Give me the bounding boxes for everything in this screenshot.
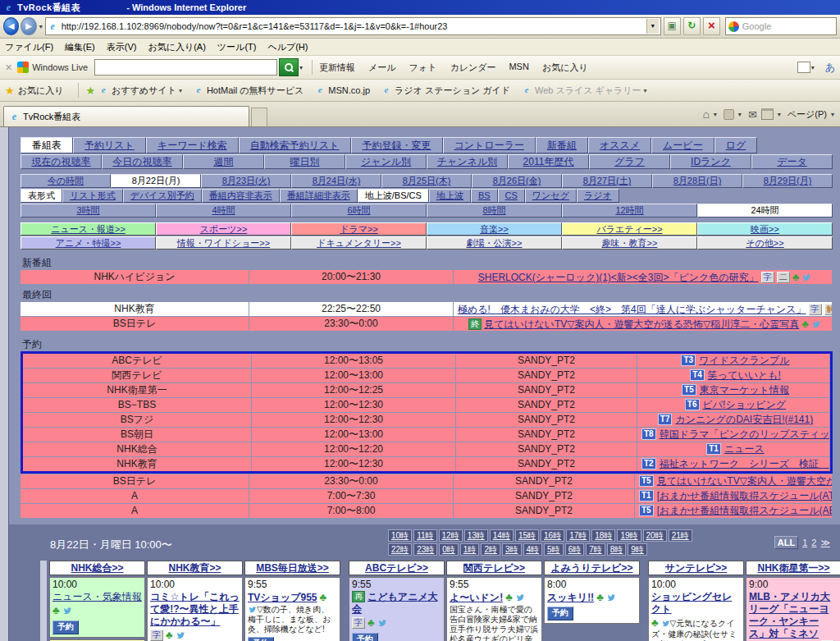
reserve-button[interactable]: 予約: [52, 620, 79, 634]
nav-tab[interactable]: 番組表: [21, 137, 73, 153]
genre-link[interactable]: アニメ・特撮>>: [21, 236, 156, 250]
program-cell[interactable]: 10:00 コミ☆トレ「これって愛!?〜異性と上手にかかわる〜」 字 予約: [147, 577, 243, 641]
view-option[interactable]: リスト形式: [62, 189, 123, 203]
hour-link[interactable]: 6時: [565, 543, 585, 556]
live-search-dropdown-icon[interactable]: [299, 64, 303, 71]
genre-link[interactable]: ドキュメンタリー>>: [291, 236, 427, 250]
reserve-button[interactable]: 予約: [352, 633, 378, 641]
genre-link[interactable]: ドラマ>>: [291, 222, 427, 236]
timespan-option[interactable]: 3時間: [21, 204, 156, 217]
clover-icon[interactable]: [319, 591, 326, 603]
clover-icon[interactable]: [792, 271, 800, 283]
twitter-icon[interactable]: [248, 605, 257, 614]
genre-link[interactable]: その他>>: [697, 236, 833, 250]
genre-link[interactable]: バラエティー>>: [562, 222, 697, 236]
favorite-item-suggested[interactable]: おすすめサイト: [98, 85, 182, 97]
tab-label[interactable]: TvRock番組表: [23, 111, 80, 123]
hour-link[interactable]: 17時: [566, 529, 590, 542]
google-search-placeholder[interactable]: Google: [742, 21, 771, 31]
chevron-down-icon[interactable]: [644, 87, 647, 94]
view-option[interactable]: デバイス別予約: [123, 189, 202, 203]
nav-tab[interactable]: 新番組: [536, 137, 588, 153]
date-tab[interactable]: 8月25日(木): [381, 174, 472, 188]
reservation-row[interactable]: NHK総合 12:00〜12:20 SANDY_PT2 T1ニュース: [23, 442, 830, 456]
view-option[interactable]: 地上波: [429, 189, 471, 203]
page-2-link[interactable]: 2: [811, 538, 816, 547]
clover-icon[interactable]: [596, 591, 604, 603]
hour-link[interactable]: 5時: [544, 543, 564, 556]
nav-link[interactable]: 週間: [183, 154, 264, 169]
chevron-down-icon[interactable]: [738, 111, 742, 118]
all-button[interactable]: ALL: [774, 536, 798, 549]
program-link[interactable]: ニュース・気象情報: [52, 591, 142, 602]
hour-link[interactable]: 14時: [490, 529, 514, 542]
genre-link[interactable]: 音楽>>: [427, 222, 562, 236]
channel-header[interactable]: NHK教育>>: [147, 561, 243, 575]
date-tab[interactable]: 8月22日(月): [111, 174, 201, 188]
channel-header[interactable]: サンテレビ>>: [648, 561, 744, 575]
menu-item[interactable]: 表示(V): [107, 41, 137, 53]
address-dropdown-button[interactable]: [646, 19, 659, 34]
reservation-row[interactable]: A 7:00〜8:00 SANDY_PT2 T5[おまかせ番組情報取得スケジュー…: [21, 504, 833, 518]
live-link[interactable]: カレンダー: [450, 62, 495, 74]
hour-link[interactable]: 23時: [413, 543, 437, 556]
view-option[interactable]: ワンセグ: [525, 189, 577, 203]
live-link[interactable]: 更新情報: [319, 62, 355, 74]
channel-header-link[interactable]: MBS毎日放送>>: [256, 562, 329, 574]
channel-header-link[interactable]: ABCテレビ>>: [365, 562, 428, 574]
hour-link[interactable]: 20時: [643, 529, 667, 542]
hour-link[interactable]: 4時: [523, 543, 543, 556]
reserve-button[interactable]: 予約: [547, 607, 573, 620]
address-field[interactable]: http://192.168.1.102:8969/nobody/now?t=0…: [45, 17, 661, 35]
favorite-label[interactable]: HotMail の無料サービス: [207, 85, 304, 97]
favorite-label[interactable]: MSN.co.jp: [328, 85, 370, 95]
live-options-dropdown-icon[interactable]: [811, 64, 815, 71]
program-cell[interactable]: 9:55 よ〜いドン! 国宝さん・南極で愛の告白冒険家夫婦&家で納豆手作り脱サラ…: [446, 577, 542, 641]
live-link[interactable]: お気に入り: [542, 62, 588, 74]
nav-link[interactable]: 現在の視聴率: [21, 154, 102, 169]
nav-tab[interactable]: 予約登録・変更: [351, 137, 443, 153]
clover-icon[interactable]: [651, 616, 659, 629]
program-link[interactable]: SHERLOCK(シャーロック)(1)<新><全3回>「ピンク色の研究」: [478, 272, 759, 283]
channel-header-link[interactable]: 関西テレビ>>: [463, 562, 525, 574]
clover-icon[interactable]: [166, 629, 173, 641]
nav-tab[interactable]: 自動検索予約リスト: [239, 137, 351, 153]
program-link[interactable]: スッキリ!!: [547, 592, 594, 603]
view-option[interactable]: 地上波/BS/CS: [358, 189, 429, 203]
hour-link[interactable]: 18時: [591, 529, 615, 542]
close-toolbar-icon[interactable]: [5, 62, 12, 73]
hour-link[interactable]: 1時: [460, 543, 480, 556]
chevron-down-icon[interactable]: [714, 111, 717, 118]
program-link[interactable]: [おまかせ番組情報取得スケジュール(AT)]: [657, 490, 832, 501]
program-link[interactable]: 韓国ドラマ「ピンクのリップスティック」 第35話 ジェボムの好意: [660, 428, 829, 440]
date-tab[interactable]: 8月23日(火): [201, 174, 291, 188]
program-cell[interactable]: 9:00 MLB・アメリカ大リーグ「ニューヨーク・ヤンキース」対「ミネソタ・ツイ…: [746, 577, 840, 641]
channel-header-link[interactable]: よみうりテレビ>>: [551, 562, 633, 574]
nav-link[interactable]: グラフ: [589, 154, 670, 169]
genre-link[interactable]: ニュース・報道>>: [21, 222, 156, 236]
date-tab[interactable]: 8月29日(月): [742, 174, 833, 188]
reservation-row[interactable]: NHK衛星第一 12:00〜12:25 SANDY_PT2 T5東京マーケット情…: [23, 383, 830, 397]
chevron-down-icon[interactable]: [778, 111, 781, 118]
program-cell[interactable]: 10:00 ショッピングセレクト ▽元気になるクイズ・健康の秘訣(セサミン/サン…: [648, 577, 744, 641]
rss-feed-icon[interactable]: [724, 109, 734, 120]
program-link[interactable]: ビバ!ショッピング: [703, 399, 787, 410]
hour-link[interactable]: 8時: [607, 543, 627, 556]
reservation-row[interactable]: BS朝日 12:00〜13:00 SANDY_PT2 T8韓国ドラマ「ピンクのリ…: [23, 428, 830, 442]
twitter-icon[interactable]: [176, 630, 185, 640]
channel-header-link[interactable]: NHK衛星第一>>: [757, 562, 829, 574]
go-button[interactable]: [664, 17, 681, 35]
view-option[interactable]: 番組内容非表示: [202, 189, 280, 203]
hour-link[interactable]: 15時: [515, 529, 539, 542]
channel-header[interactable]: NHK衛星第一>>: [746, 561, 840, 575]
timespan-option[interactable]: 8時間: [427, 204, 562, 217]
program-cell[interactable]: 10:00 ニュース・気象情報 予約: [49, 577, 145, 638]
favorite-item-webslice[interactable]: Web スライス ギャラリー: [522, 85, 647, 97]
hour-link[interactable]: 0時: [439, 543, 459, 556]
program-link[interactable]: ニュース: [724, 443, 765, 455]
tab-tvrock[interactable]: TvRock番組表: [3, 106, 249, 126]
date-tab[interactable]: 8月26日(金): [472, 174, 562, 188]
program-link[interactable]: コミ☆トレ「これって愛!?〜異性と上手にかかわる〜」: [150, 591, 240, 627]
live-profile-icon[interactable]: [825, 61, 835, 75]
hour-link[interactable]: 10時: [388, 529, 412, 542]
